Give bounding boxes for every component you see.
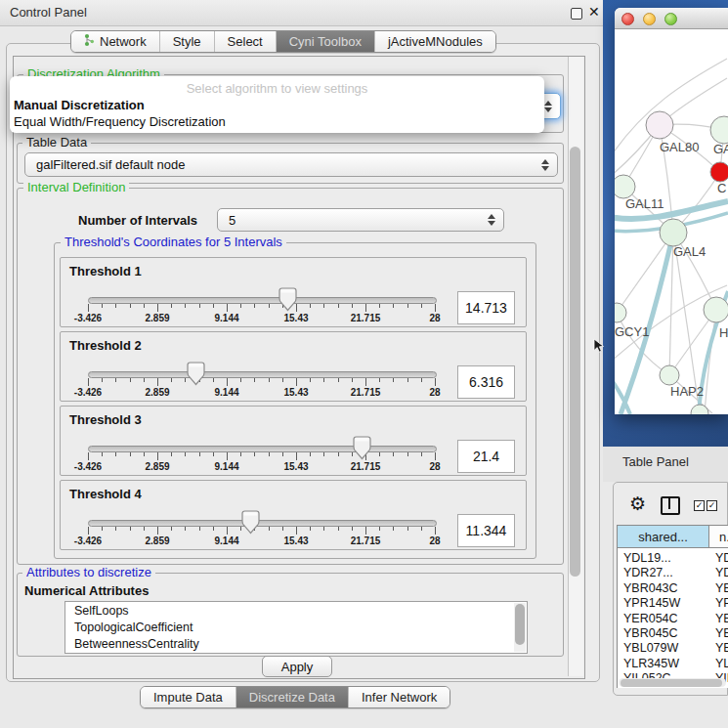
slider-tick [269,378,270,382]
GAL4-node[interactable] [660,219,687,246]
slider-thumb[interactable] [241,510,260,538]
algorithm-option[interactable]: Equal Width/Frequency Discretization [14,114,226,129]
checkbox-icon[interactable]: ✓ [694,500,705,511]
slider-tick [323,304,324,308]
list-scrollbar-thumb[interactable] [515,604,525,645]
slider-tick [213,378,214,382]
table-row-cell[interactable]: YER0 [715,612,728,625]
slider-track[interactable] [88,520,437,527]
slider-thumb[interactable] [353,436,371,464]
slider-tick [227,527,228,535]
slider-tick [254,378,255,382]
slider-track[interactable] [88,371,437,378]
GCY1-node[interactable] [615,303,626,322]
network-window-titlebar[interactable] [615,8,728,29]
slider-tick [407,304,408,308]
slider-tick [393,378,394,382]
checkbox-icon[interactable]: ✓ [707,500,717,511]
slider-tick [379,527,380,531]
slider-tick-label: 21.715 [338,387,393,398]
table-row-cell[interactable]: YBR043C [623,581,678,595]
tab-select[interactable]: Select [215,31,277,52]
slider-thumb[interactable] [278,287,297,316]
HAP2-node[interactable] [660,365,679,385]
slider-tick [240,304,241,308]
slider-thumb[interactable] [187,362,205,390]
table-row-cell[interactable]: YER054C [623,612,678,625]
slider-tick [227,452,228,460]
tab-network[interactable]: Network [71,31,160,52]
threshold-value-field[interactable]: 11.344 [457,514,515,547]
threshold-value-field[interactable]: 14.713 [457,291,515,324]
close-window-icon[interactable] [621,13,634,25]
table-row-cell[interactable]: YDL1 [715,551,728,565]
table-row-cell[interactable]: YDR2 [715,566,728,579]
table-row-cell[interactable]: YBL0 [715,641,728,655]
slider-track[interactable] [88,446,437,452]
attribute-list-item[interactable]: TopologicalCoefficient [65,619,527,635]
algorithm-option[interactable]: Manual Discretization [14,98,145,112]
table-data-combo[interactable]: galFiltered.sif default node [24,152,558,177]
threshold-value-field[interactable]: 21.4 [457,440,515,473]
slider-tick [393,304,394,308]
number-of-intervals-combo[interactable]: 5 [217,208,504,232]
zoom-window-icon[interactable] [664,13,677,25]
bottom-node[interactable] [691,405,708,414]
node-table[interactable]: shared...n...YDL19...YDL1YDR27...YDR2YBR… [617,525,728,688]
table-header-shared-name[interactable]: shared... [618,526,709,548]
slider-tick [296,378,297,386]
table-row-cell[interactable]: YLR3 [715,657,728,670]
slider-tick [213,304,214,308]
table-row-cell[interactable]: YBR0 [715,581,728,595]
attribute-list-item[interactable]: BetweennessCentrality [65,635,527,652]
table-row-cell[interactable]: YDL19... [623,551,671,565]
tab-impute-data[interactable]: Impute Data [141,687,236,707]
slider-tick [310,304,311,308]
table-row-cell[interactable]: YPR1 [715,596,728,610]
slider-tick [144,378,145,382]
table-hscrollbar-thumb[interactable] [621,679,722,687]
tab-jactivemnodules[interactable]: jActiveMNodules [375,31,495,52]
network-node-label: C [717,181,726,195]
GAL80-node[interactable] [646,111,673,139]
tab-discretize-data[interactable]: Discretize Data [236,687,349,707]
minimize-window-icon[interactable] [643,13,656,25]
show-columns-icon[interactable] [661,496,680,515]
apply-button[interactable]: Apply [262,656,332,677]
threshold-value-field[interactable]: 6.316 [457,365,515,399]
slider-tick [115,304,116,308]
slider-tick [115,378,116,382]
slider-track[interactable] [88,297,437,304]
slider-tick-label: 2.859 [130,535,185,546]
table-row-cell[interactable]: YBR045C [623,626,678,640]
slider-tick [88,304,89,312]
edge-node-top[interactable] [710,116,728,144]
table-hscrollbar-track[interactable] [619,678,726,687]
table-row-cell[interactable]: YDR27... [623,566,673,579]
numerical-attributes-list[interactable]: SelfLoopsTopologicalCoefficientBetweenne… [64,601,528,654]
tab-label: Select [228,34,263,49]
table-header-name[interactable]: n... [709,526,728,548]
combo-stepper-icon [541,159,549,171]
table-row-cell[interactable]: YLR345W [623,657,679,670]
tab-cyni-toolbox[interactable]: Cyni Toolbox [277,31,375,52]
thresholds-group-label: Threshold's Coordinates for 5 Intervals [61,236,286,249]
close-panel-icon[interactable]: ✕ [588,4,600,20]
list-scrollbar-track[interactable] [514,603,526,652]
network-canvas[interactable]: GAL80GACGAL11GAL4GCY1HHAP2 [615,29,728,414]
table-row-cell[interactable]: YBR0 [715,626,728,640]
slider-tick [365,527,366,535]
gear-icon[interactable]: ⚙ [629,492,646,515]
table-row-cell[interactable]: YBL079W [623,641,678,655]
table-row-cell[interactable]: YPR145W [623,596,680,610]
tab-style[interactable]: Style [160,31,215,52]
red-node[interactable] [710,162,728,182]
slider-tick [421,527,422,531]
H-node[interactable] [704,297,728,322]
GAL11-node[interactable] [615,175,635,198]
settings-scrollbar-thumb[interactable] [570,147,580,577]
tab-infer-network[interactable]: Infer Network [349,687,450,707]
slider-tick [185,304,186,308]
float-panel-icon[interactable] [571,8,582,20]
attribute-list-item[interactable]: SelfLoops [65,602,527,619]
